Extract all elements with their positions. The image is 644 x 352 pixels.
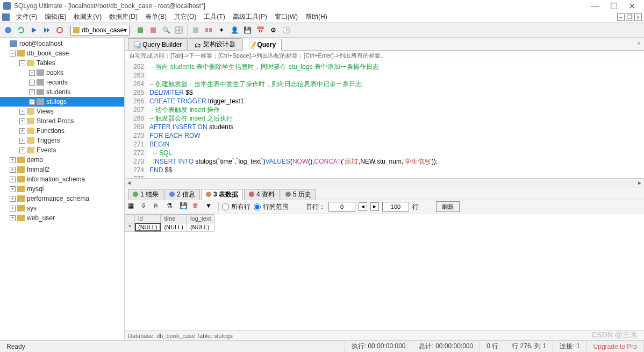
save-tool-icon[interactable]: 💾 [180, 202, 189, 212]
history-icon[interactable]: 🕑 [280, 24, 292, 36]
code-area[interactable]: -- 当向 students 表中删除学生信息时，同时要在 stu_logs 表… [147, 61, 644, 178]
filter-tool-icon[interactable]: ⚗ [167, 202, 176, 212]
menu-tools[interactable]: 工具(T) [201, 12, 228, 22]
search-icon[interactable]: 🔍 [160, 24, 172, 36]
status-ready: Ready [0, 341, 345, 352]
tree-folder-events[interactable]: +Events [0, 145, 124, 155]
tab-schema-designer[interactable]: 🗂架构设计器 [189, 38, 241, 50]
tree-folder-procs[interactable]: +Stored Procs [0, 116, 124, 126]
radio-row-range[interactable]: 行的范围 [254, 202, 289, 212]
close-button[interactable]: ✕ [628, 1, 635, 11]
minimize-button[interactable]: — [591, 1, 599, 11]
rtab-info[interactable]: 2 信息 [164, 189, 200, 200]
status-exec: 执行: 00:00:00:000 [345, 341, 413, 352]
menu-file[interactable]: 文件(F) [13, 12, 40, 22]
settings-icon[interactable]: ⚙ [267, 24, 279, 36]
toolbar: db_book_case▾ 🔍 ✦ 👤 💾 📅 ⚙ 🕑 [0, 23, 644, 38]
stop-icon[interactable] [54, 24, 66, 36]
maximize-button[interactable]: ☐ [610, 1, 618, 11]
wizard-icon[interactable]: ✦ [216, 24, 227, 36]
menu-other[interactable]: 其它(O) [171, 12, 199, 22]
tree-folder-functions[interactable]: +Functions [0, 126, 124, 136]
menu-database[interactable]: 数据库(D) [106, 12, 141, 22]
grid-corner [125, 214, 135, 223]
menu-window[interactable]: 窗口(W) [271, 12, 301, 22]
tree-server[interactable]: root@localhost [0, 39, 124, 48]
row-count-input[interactable] [382, 202, 409, 212]
window-title: SQLyog Ultimate - [localhost/root/db_boo… [14, 2, 591, 10]
grid-tool-icon[interactable]: ▦ [128, 202, 138, 212]
cell-log_text[interactable]: (NULL) [187, 223, 214, 231]
scroll-right-icon[interactable]: ► [635, 180, 644, 186]
rtab-history[interactable]: 5 历史 [281, 189, 316, 200]
tab-query-builder[interactable]: 📊Query Builder [128, 38, 188, 50]
execute-all-icon[interactable] [41, 24, 53, 36]
first-row-input[interactable] [328, 202, 355, 212]
export-icon[interactable] [190, 24, 202, 36]
tree-table-records[interactable]: +records [0, 78, 124, 87]
rtab-tabledata[interactable]: 3 表数据 [201, 189, 243, 200]
schedule-icon[interactable]: 📅 [254, 24, 266, 36]
tree-folder-tables[interactable]: −Tables [0, 58, 124, 68]
menu-help[interactable]: 帮助(H) [302, 12, 331, 22]
backup-icon[interactable]: 💾 [241, 24, 253, 36]
data-grid[interactable]: id time log_text * (NULL) (NULL) (NULL) [125, 214, 644, 331]
mdi-close-icon[interactable]: x [634, 13, 642, 21]
tab-query[interactable]: 📝Query [242, 39, 282, 51]
tree-table-students[interactable]: +students [0, 87, 124, 97]
menu-fav[interactable]: 收藏夹(V) [70, 12, 105, 22]
cell-id[interactable]: (NULL) [135, 223, 161, 231]
export-tool-icon[interactable]: ⇩ [141, 202, 151, 212]
radio-all-rows[interactable]: 所有行 [222, 202, 251, 212]
close-tab-icon[interactable]: × [637, 40, 641, 47]
col-log_text[interactable]: log_text [187, 214, 214, 223]
delete-tool-icon[interactable]: 🗑 [192, 202, 202, 212]
menu-edit[interactable]: 编辑(E) [41, 12, 69, 22]
refresh-button[interactable]: 刷新 [436, 201, 460, 212]
path-line: Database: db_book_case Table: stulogs [125, 330, 644, 340]
down-tool-icon[interactable]: ▼ [205, 202, 215, 212]
tree-db-information_schema[interactable]: +information_schema [0, 174, 124, 184]
tool-icon-2[interactable] [147, 24, 159, 36]
tree-db-demo[interactable]: +demo [0, 155, 124, 165]
grid-icon[interactable] [173, 24, 185, 36]
svg-marker-2 [44, 27, 47, 33]
sql-editor[interactable]: 2622632642652662672682692702712722732742… [125, 61, 644, 178]
tree-db-sys[interactable]: +sys [0, 203, 124, 213]
db-selector[interactable]: db_book_case▾ [70, 25, 130, 36]
rtab-result[interactable]: 1 结果 [128, 189, 163, 200]
next-page-button[interactable]: ► [370, 202, 379, 211]
execute-icon[interactable] [28, 24, 40, 36]
mdi-restore-icon[interactable]: ❐ [626, 13, 633, 21]
users-icon[interactable]: 👤 [228, 24, 240, 36]
svg-marker-1 [32, 27, 37, 33]
cell-time[interactable]: (NULL) [161, 223, 187, 231]
new-connection-icon[interactable] [2, 24, 14, 36]
tree-db-fmmall2[interactable]: +fmmall2 [0, 165, 124, 174]
rtab-profile[interactable]: 4 资料 [244, 189, 280, 200]
svg-rect-10 [193, 27, 198, 33]
tree-table-books[interactable]: +books [0, 68, 124, 78]
prev-page-button[interactable]: ◄ [359, 202, 367, 211]
tree-db-performance_schema[interactable]: +performance_schema [0, 194, 124, 203]
scroll-left-icon[interactable]: ◄ [125, 180, 133, 186]
col-id[interactable]: id [135, 214, 161, 223]
table-row[interactable]: * (NULL) (NULL) (NULL) [125, 223, 214, 231]
tool-icon-1[interactable] [134, 24, 146, 36]
tree-db-db_book_case[interactable]: −db_book_case [0, 48, 124, 58]
status-rows: 0 行 [480, 341, 505, 352]
tree-folder-views[interactable]: +Views [0, 107, 124, 116]
col-time[interactable]: time [161, 214, 187, 223]
refresh-icon[interactable] [15, 24, 27, 36]
tree-folder-triggers[interactable]: +Triggers [0, 136, 124, 145]
menu-advtools[interactable]: 高级工具(P) [230, 12, 270, 22]
tree-db-mysql[interactable]: +mysql [0, 184, 124, 194]
editor-hscroll[interactable]: ◄ ► [125, 178, 644, 187]
tree-table-stulogs[interactable]: +stulogs [0, 97, 124, 107]
compare-icon[interactable] [203, 24, 214, 36]
menu-table[interactable]: 表单(B) [142, 12, 170, 22]
copy-tool-icon[interactable]: ⎘ [154, 202, 163, 212]
mdi-min-icon[interactable]: – [617, 13, 625, 21]
tree-db-web_user[interactable]: +web_user [0, 213, 124, 223]
object-tree[interactable]: root@localhost −db_book_case −Tables +bo… [0, 38, 125, 340]
